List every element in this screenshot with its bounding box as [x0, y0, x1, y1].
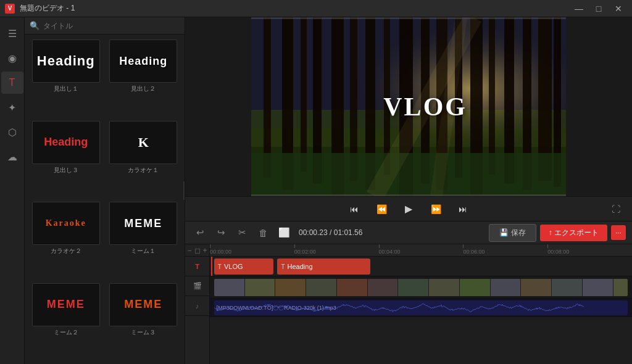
title-clip[interactable]: THeading: [277, 259, 370, 275]
transport-bar: ⏮ ⏪ ▶ ⏩ ⏭ ⛶: [185, 196, 632, 221]
fullscreen-button[interactable]: ⛶: [607, 201, 625, 218]
skip-to-start-button[interactable]: ⏮: [346, 201, 363, 218]
video-track-header: 🎬: [185, 276, 209, 296]
cut-button[interactable]: ✂: [233, 224, 251, 241]
clip-type-icon: T: [281, 263, 285, 270]
title-label-meme3: ミーム３: [131, 328, 156, 337]
minimize-button[interactable]: —: [570, 0, 588, 17]
title-thumb-heading2: Heading: [109, 39, 177, 83]
video-thumb-frame: [275, 279, 306, 296]
skip-to-end-button[interactable]: ⏭: [454, 201, 472, 218]
zoom-fit-button[interactable]: ◻: [194, 246, 201, 255]
ruler-mark-2: 00:04:00: [379, 244, 401, 256]
export-button[interactable]: ↑ エクスポート: [540, 225, 607, 241]
title-item-meme1[interactable]: MEMEミーム１: [107, 202, 180, 278]
audio-clip[interactable]: [MP3DOWNLOAD.TO]〇〇RADIO-320k (1).mp3: [214, 300, 628, 315]
titlebar: V 無題のビデオ - 1 — □ ✕: [0, 0, 632, 17]
ruler-mark-1: 00:02:00: [294, 244, 316, 256]
window-controls: — □ ✕: [570, 0, 627, 17]
title-text-heading1: Heading: [37, 53, 95, 69]
video-thumb-frame: [460, 279, 491, 296]
title-label-heading2: 見出し２: [131, 85, 156, 93]
title-text-heading2: Heading: [119, 55, 167, 68]
title-item-heading1[interactable]: Heading見出し１: [30, 39, 102, 116]
timeline-content: T 🎬 ♪ TVLOGTHeading [MP3DOWNLOAD.TO]〇〇: [185, 257, 632, 364]
undo-button[interactable]: ↩: [191, 224, 209, 241]
play-button[interactable]: ▶: [400, 201, 417, 218]
audio-track[interactable]: [MP3DOWNLOAD.TO]〇〇RADIO-320k (1).mp3: [210, 299, 632, 317]
audio-waveform: [214, 302, 584, 313]
search-icon: 🔍: [30, 21, 40, 30]
media-icon[interactable]: ◉: [1, 47, 23, 69]
title-text-heading3: Heading: [44, 136, 88, 149]
transitions-icon[interactable]: ⬡: [1, 121, 23, 143]
ruler-row: − ◻ + 00:00:0000:02:0000:04:0000:06:0000…: [185, 244, 632, 257]
video-thumb-frame: [368, 279, 399, 296]
redo-button[interactable]: ↪: [212, 224, 230, 241]
record-button[interactable]: ⬜: [275, 224, 293, 241]
more-options-button[interactable]: ···: [611, 225, 626, 240]
effects-icon[interactable]: ✦: [1, 96, 23, 118]
title-label-karaoke2: カラオケ２: [51, 247, 81, 255]
video-thumb-frame: [552, 279, 583, 296]
toolbar-right: 💾 保存 ↑ エクスポート ···: [489, 224, 626, 242]
title-label-meme1: ミーム１: [131, 247, 156, 255]
title-item-karaoke2[interactable]: Karaokeカラオケ２: [30, 202, 102, 278]
sidebar: ☰◉T✦⬡☁: [0, 17, 25, 364]
title-panel: 🔍 › Heading見出し１Heading見出し２Heading見出し３Kカラ…: [25, 17, 185, 364]
search-bar: 🔍: [25, 17, 185, 35]
title-thumb-heading1: Heading: [32, 39, 100, 83]
clip-label: VLOG: [224, 263, 243, 270]
text-icon[interactable]: T: [1, 72, 23, 94]
title-label-karaoke1: カラオケ１: [128, 166, 159, 175]
video-track[interactable]: [210, 276, 632, 299]
preview-area: VLOG: [185, 17, 632, 196]
delete-button[interactable]: 🗑: [254, 224, 272, 241]
timeline-tracks: TVLOGTHeading [MP3DOWNLOAD.TO]〇〇RADIO-32…: [210, 257, 632, 364]
title-thumb-meme1: MEME: [109, 202, 177, 245]
title-text-meme2: MEME: [47, 298, 85, 311]
video-thumb-frame: [613, 279, 628, 296]
title-item-karaoke1[interactable]: Kカラオケ１: [107, 121, 180, 197]
title-clip[interactable]: TVLOG: [214, 259, 273, 275]
video-thumb-frame: [306, 279, 337, 296]
maximize-button[interactable]: □: [590, 0, 607, 17]
save-button[interactable]: 💾 保存: [489, 224, 536, 242]
title-item-heading2[interactable]: Heading見出し２: [107, 39, 180, 116]
overlay-icon[interactable]: ☁: [1, 146, 23, 168]
content-area: VLOG ⏮ ⏪ ▶ ⏩ ⏭ ⛶ ↩ ↪ ✂ 🗑 ⬜ 00:00.23 / 01…: [185, 17, 632, 364]
rewind-button[interactable]: ⏪: [373, 201, 390, 218]
title-track[interactable]: TVLOGTHeading: [210, 257, 632, 276]
svg-rect-17: [489, 17, 495, 175]
title-item-meme2[interactable]: MEMEミーム２: [30, 283, 102, 360]
title-item-heading3[interactable]: Heading見出し３: [30, 121, 102, 197]
video-clip[interactable]: [214, 279, 628, 296]
app-icon: V: [5, 4, 15, 14]
audio-track-header: ♪: [185, 296, 209, 316]
title-item-meme3[interactable]: MEMEミーム３: [107, 283, 180, 360]
zoom-plus-button[interactable]: +: [202, 246, 208, 255]
video-thumb-frame: [429, 279, 460, 296]
clip-label: Heading: [288, 263, 313, 270]
svg-rect-6: [301, 17, 307, 172]
video-thumb-frame: [214, 279, 245, 296]
tl-left-ruler: − ◻ +: [185, 244, 210, 257]
clip-type-icon: T: [218, 263, 222, 270]
close-button[interactable]: ✕: [610, 0, 627, 17]
menu-icon[interactable]: ☰: [1, 22, 23, 44]
timeline-ruler[interactable]: 00:00:0000:02:0000:04:0000:06:0000:08:00…: [210, 244, 632, 257]
search-input[interactable]: [43, 22, 180, 30]
vlog-overlay-text: VLOG: [383, 92, 467, 122]
title-text-karaoke2: Karaoke: [46, 218, 86, 228]
time-display: 00:00.23 / 01:01.56: [299, 228, 362, 237]
ruler-mark-0: 00:00:00: [210, 244, 231, 256]
fast-forward-button[interactable]: ⏩: [427, 201, 444, 218]
title-track-header: T: [185, 257, 209, 276]
video-thumb-frame: [337, 279, 368, 296]
zoom-minus-button[interactable]: −: [186, 246, 192, 255]
ruler-mark-4: 00:08:00: [547, 244, 569, 256]
title-thumb-meme2: MEME: [32, 283, 100, 326]
title-label-heading1: 見出し１: [54, 85, 78, 93]
video-thumb-frame: [398, 279, 429, 296]
title-label-heading3: 見出し３: [54, 166, 78, 175]
